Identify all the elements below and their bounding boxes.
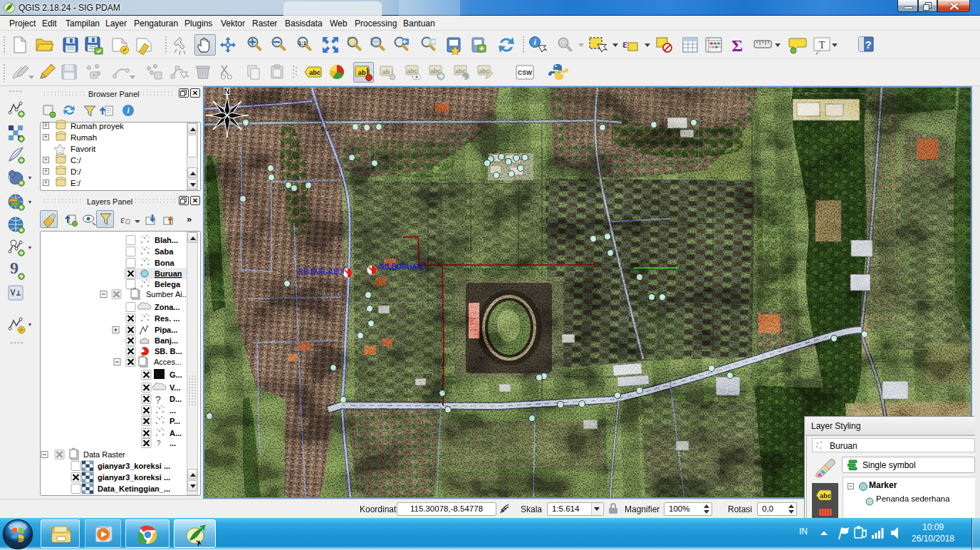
svg-text:...: ... [170,439,176,447]
svg-text:D...: D... [170,395,182,403]
svg-text:P...: P... [170,417,180,425]
svg-text:V...: V... [170,383,181,392]
svg-text:Data Raster: Data Raster [83,450,125,459]
svg-text:Σ: Σ [731,36,743,55]
svg-text:ab: ab [382,68,390,76]
svg-text:abc: abc [407,68,417,75]
svg-text:CSW: CSW [518,69,533,76]
svg-text:ab: ab [358,68,365,76]
svg-text:Bona: Bona [155,259,174,267]
svg-text:Res. ...: Res. ... [155,314,179,323]
svg-text:?: ? [157,440,161,447]
svg-text:?: ? [155,394,161,405]
svg-text:SB. B...: SB. B... [155,347,182,356]
svg-text:G...: G... [170,370,182,379]
svg-text:T: T [818,39,825,51]
svg-text:Zona...: Zona... [155,303,179,311]
svg-text:Buruan: Buruan [155,269,182,278]
svg-text:abc: abc [820,492,831,499]
svg-text:Sumber Ai...: Sumber Ai... [146,290,187,299]
svg-text:Banj...: Banj... [155,336,178,345]
svg-text:»: » [187,214,192,224]
svg-text:abc: abc [479,68,489,75]
svg-text:Data_Ketinggian_...: Data_Ketinggian_... [98,484,170,493]
svg-text:A...: A... [170,429,182,437]
svg-text:Acces...: Acces... [154,358,182,366]
svg-text:gianyar3_koreksi ...: gianyar3_koreksi ... [98,473,170,482]
svg-text:Blah...: Blah... [155,236,178,244]
svg-text:?: ? [865,38,871,51]
svg-text:Saba: Saba [155,247,174,256]
svg-text:9: 9 [10,259,19,277]
svg-text:...: ... [170,406,176,415]
svg-text:ε: ε [622,37,627,51]
svg-text:Belega: Belega [155,280,181,289]
svg-text:Pipa...: Pipa... [155,326,177,334]
svg-text:gianyar3_koreksi ...: gianyar3_koreksi ... [98,462,170,470]
svg-text:1:1: 1:1 [298,40,306,46]
